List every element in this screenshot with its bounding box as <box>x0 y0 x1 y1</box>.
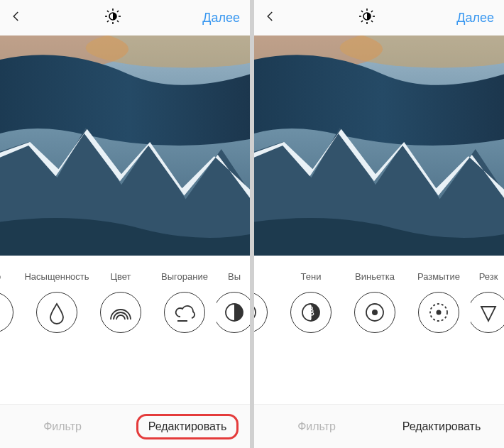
topbar: Далее <box>0 0 250 35</box>
tool-blur[interactable]: Размытие <box>407 271 471 333</box>
svg-point-25 <box>254 304 256 321</box>
chevron-left-icon <box>10 10 23 23</box>
svg-line-5 <box>107 11 109 12</box>
edit-tools-strip[interactable]: лло Насыщенность Цвет <box>0 256 250 404</box>
svg-line-8 <box>117 11 119 12</box>
tab-edit[interactable]: Редактировать <box>379 405 504 448</box>
lux-icon <box>358 8 376 25</box>
svg-line-20 <box>361 21 363 22</box>
photo-image <box>254 35 504 256</box>
screen-right: Далее <box>254 0 504 448</box>
tool-label: Выгорание <box>161 271 208 282</box>
tool-fade[interactable]: Выгорание <box>153 271 217 333</box>
tab-edit[interactable]: Редактировать <box>125 405 250 448</box>
half-circle-icon <box>254 292 268 333</box>
thermometer-icon <box>0 292 13 333</box>
back-button[interactable] <box>10 10 23 26</box>
highlight-annotation: Редактировать <box>136 414 239 439</box>
tool-sharpen[interactable]: Резк <box>471 271 504 333</box>
chevron-left-icon <box>264 10 277 23</box>
shadows-icon <box>290 292 332 333</box>
photo-preview[interactable] <box>0 35 250 256</box>
tool-hide-partial[interactable]: ить <box>254 271 279 333</box>
tool-shadows[interactable]: Тени <box>279 271 343 333</box>
tool-label: Тени <box>301 271 322 282</box>
blur-icon <box>418 292 459 333</box>
svg-line-19 <box>371 21 373 22</box>
tool-saturation[interactable]: Насыщенность <box>25 271 89 333</box>
tool-vignette[interactable]: Виньетка <box>343 271 407 333</box>
tool-label: Вы <box>228 271 241 282</box>
topbar: Далее <box>254 0 504 35</box>
tool-label: Цвет <box>110 271 131 282</box>
lux-button[interactable] <box>104 8 121 28</box>
tab-filter[interactable]: Фильтр <box>254 405 379 448</box>
tool-label: Резк <box>479 271 498 282</box>
half-circle-icon <box>217 292 250 333</box>
bottom-tabs: Фильтр Редактировать <box>0 404 250 448</box>
svg-point-28 <box>372 310 378 315</box>
next-button[interactable]: Далее <box>202 11 240 26</box>
svg-line-18 <box>361 11 363 12</box>
svg-line-6 <box>117 21 119 22</box>
tool-label: Размытие <box>417 271 460 282</box>
tab-filter[interactable]: Фильтр <box>0 405 125 448</box>
edit-tools-strip[interactable]: ить Тени Виньетк <box>254 256 504 404</box>
svg-marker-31 <box>481 307 495 321</box>
tool-highlights[interactable]: Вы <box>217 271 250 333</box>
tool-label: Виньетка <box>355 271 395 282</box>
svg-point-30 <box>437 310 442 315</box>
next-button[interactable]: Далее <box>456 11 494 26</box>
back-button[interactable] <box>264 10 277 26</box>
screen-left: Далее <box>0 0 250 448</box>
vignette-icon <box>354 292 395 333</box>
lux-button[interactable] <box>358 8 376 28</box>
svg-line-21 <box>371 11 373 12</box>
photo-image <box>0 35 250 256</box>
bottom-tabs: Фильтр Редактировать <box>254 404 504 448</box>
cloud-icon <box>164 292 205 333</box>
tool-label: лло <box>0 271 1 282</box>
triangle-icon <box>471 292 504 333</box>
photo-preview[interactable] <box>254 35 504 256</box>
tool-label: Насыщенность <box>24 271 89 282</box>
svg-line-7 <box>107 21 109 22</box>
rainbow-icon <box>100 292 141 333</box>
lux-icon <box>104 8 121 25</box>
drop-icon <box>36 292 77 333</box>
tool-color[interactable]: Цвет <box>89 271 153 333</box>
tool-warmth[interactable]: лло <box>0 271 25 333</box>
